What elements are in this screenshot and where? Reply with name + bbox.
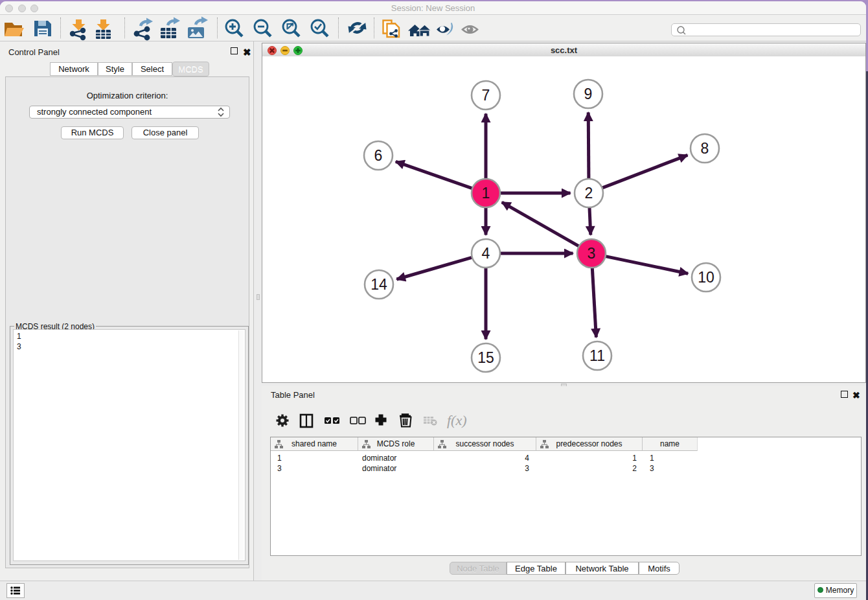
svg-text:10: 10 <box>698 269 714 286</box>
svg-text:f(x): f(x) <box>447 412 467 428</box>
svg-text:11: 11 <box>589 347 605 364</box>
svg-text:6: 6 <box>374 147 383 164</box>
svg-text:2: 2 <box>585 185 593 202</box>
svg-text:4: 4 <box>482 245 490 262</box>
svg-text:1: 1 <box>482 185 490 202</box>
svg-text:9: 9 <box>584 86 593 102</box>
svg-text:7: 7 <box>482 87 490 104</box>
svg-text:3: 3 <box>588 245 596 262</box>
svg-text:8: 8 <box>701 140 709 157</box>
svg-text:15: 15 <box>477 349 494 366</box>
svg-text:14: 14 <box>371 276 387 293</box>
